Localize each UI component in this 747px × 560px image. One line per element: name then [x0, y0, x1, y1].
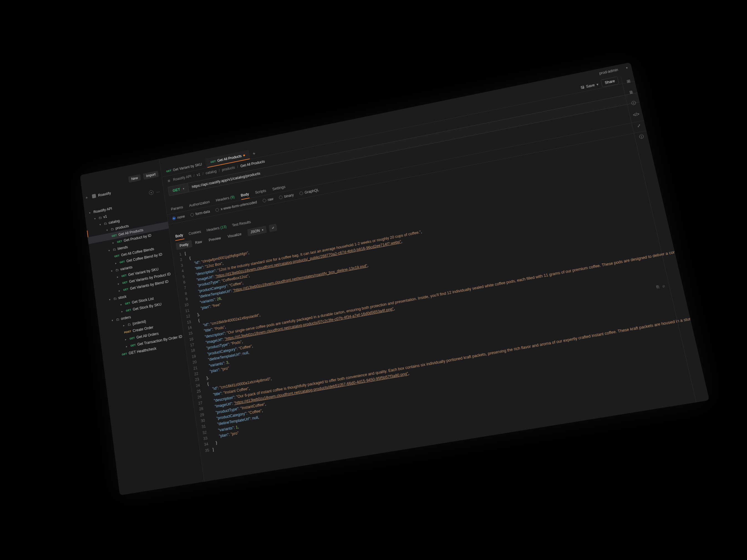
radio-raw[interactable]: raw [262, 197, 274, 203]
app-window: prod-admin ▾ ⊞ 🗎 ⓘ </> ⤢ ⓘ New Import + … [80, 62, 709, 495]
folder-icon: 🗀 [128, 322, 131, 326]
radio-binary[interactable]: binary [279, 193, 294, 199]
folder-icon: 🗀 [113, 296, 117, 301]
view-raw[interactable]: Raw [191, 237, 206, 247]
new-button[interactable]: New [128, 174, 141, 183]
tab-body[interactable]: Body [240, 190, 250, 199]
code-icon[interactable]: </> [633, 111, 640, 117]
folder-icon: 🗀 [104, 221, 107, 225]
view-preview[interactable]: Preview [205, 234, 225, 244]
crumb[interactable]: catalog [205, 169, 217, 175]
add-tab-button[interactable]: + [250, 150, 259, 157]
caret-down-icon[interactable]: ▾ [626, 66, 628, 69]
info-icon[interactable]: ⓘ [630, 100, 637, 106]
info2-icon[interactable]: ⓘ [638, 134, 645, 140]
collection-icon[interactable]: ⊞ [625, 78, 632, 84]
plus-icon[interactable]: + [85, 194, 91, 200]
view-pretty[interactable]: Pretty [176, 240, 192, 250]
folder-icon: 🗀 [115, 268, 119, 272]
crumb[interactable]: products [222, 165, 235, 172]
crumb[interactable]: Roastify API [173, 174, 191, 182]
radio-formdata[interactable]: form-data [190, 209, 210, 217]
save-icon: 🖫 [580, 85, 585, 89]
doc-icon[interactable]: 🗎 [627, 89, 635, 95]
unsaved-dot-icon [243, 154, 245, 156]
workspace-icon [92, 194, 96, 198]
workspace-name: Roastify [98, 190, 111, 197]
add-icon[interactable]: + [149, 190, 154, 195]
wrap-icon[interactable]: ⤶ [269, 223, 277, 232]
radio-none[interactable]: none [172, 214, 185, 220]
expand-icon[interactable]: ⤢ [635, 122, 642, 129]
folder-icon: 🗀 [116, 317, 120, 321]
more-icon[interactable]: … [156, 189, 160, 193]
folder-icon: 🗀 [112, 247, 116, 251]
collection-icon: ⊞ [166, 178, 171, 183]
folder-icon: 🗀 [111, 227, 114, 231]
save-button[interactable]: 🖫Save▾ [580, 82, 599, 90]
format-selector[interactable]: JSON▾ [247, 225, 267, 236]
view-visualize[interactable]: Visualize [224, 230, 246, 241]
main-panel: GETGet Variant by SKU GETGet All Product… [159, 62, 710, 481]
import-button[interactable]: Import [143, 170, 159, 180]
crumb[interactable]: v1 [196, 172, 201, 177]
folder-icon: 🗀 [98, 216, 102, 219]
crumb-current: Get All Products [240, 159, 265, 168]
radio-graphql[interactable]: GraphQL [299, 188, 319, 195]
